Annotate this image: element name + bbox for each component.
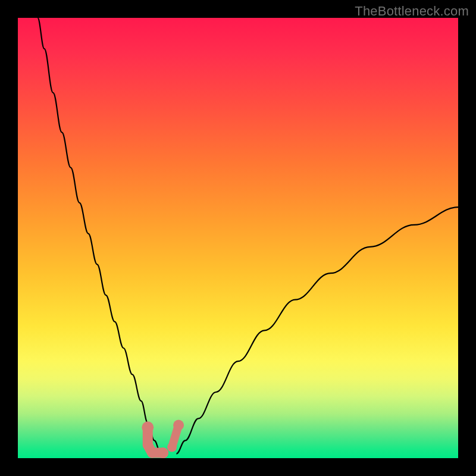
chart-gradient-area	[18, 18, 458, 458]
curve-group	[37, 18, 458, 454]
curve-left-branch	[37, 18, 161, 454]
watermark-text: TheBottleneck.com	[355, 4, 469, 19]
trough-marker-dot	[167, 443, 177, 452]
curve-right-branch	[176, 207, 458, 453]
trough-marker-dot	[173, 420, 184, 431]
trough-marker-dot	[158, 447, 168, 458]
chart-svg	[18, 18, 458, 458]
trough-marker-dot	[142, 421, 154, 433]
